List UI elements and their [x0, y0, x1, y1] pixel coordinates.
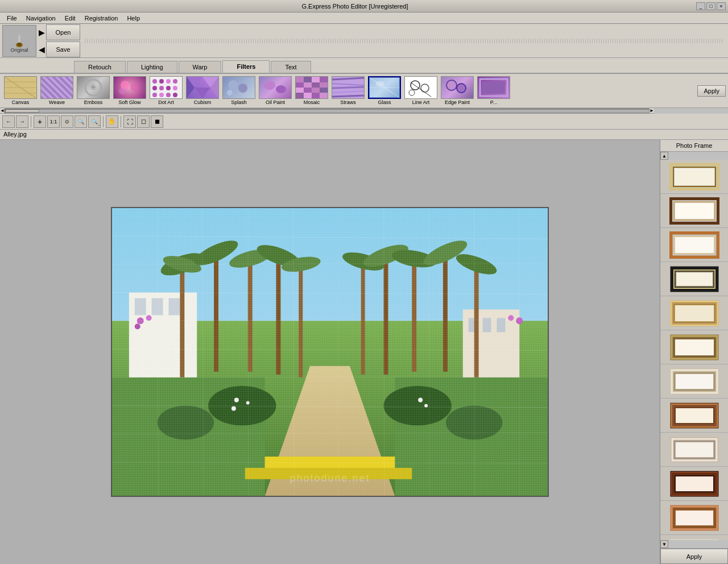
- original-label: Original: [10, 47, 28, 53]
- filter-glass[interactable]: Glass: [367, 76, 402, 105]
- svg-point-67: [457, 84, 466, 93]
- filter-scrollbar[interactable]: ◄ ►: [0, 108, 654, 114]
- zoom-out-tool[interactable]: 🔍-: [88, 115, 101, 128]
- app-title: G.Express Photo Editor [Unregistered]: [301, 3, 408, 10]
- filter-weave[interactable]: Weave: [40, 76, 74, 105]
- svg-point-32: [228, 80, 238, 90]
- titlebar: G.Express Photo Editor [Unregistered] _ …: [0, 0, 728, 13]
- copy-tool[interactable]: ◻: [137, 115, 150, 128]
- open-save-area: ▶ Open ◀ Save: [39, 24, 80, 57]
- frame-item-9[interactable]: [660, 433, 728, 467]
- tab-text[interactable]: Text: [271, 61, 311, 73]
- svg-rect-42: [304, 82, 312, 88]
- filter-edge-paint[interactable]: Edge Paint: [440, 76, 474, 105]
- filter-oil-paint-label: Oil Paint: [266, 99, 285, 105]
- svg-point-19: [152, 86, 157, 90]
- open-button[interactable]: Open: [46, 24, 80, 40]
- svg-rect-45: [296, 88, 304, 93]
- menu-file[interactable]: File: [2, 14, 22, 23]
- zoom-in-tool[interactable]: 🔍: [75, 115, 87, 128]
- frame-item-6[interactable]: [660, 330, 728, 364]
- frame-scroll-down[interactable]: ▼: [660, 540, 668, 548]
- svg-line-53: [332, 78, 364, 80]
- redo-button[interactable]: →: [16, 115, 28, 128]
- filter-cubism-label: Cubism: [194, 99, 212, 105]
- paste-tool[interactable]: ◼: [151, 115, 163, 128]
- svg-point-17: [166, 79, 171, 84]
- filter-paint-edge[interactable]: P...: [477, 76, 511, 105]
- select-tool[interactable]: ⛶: [123, 115, 136, 128]
- filter-canvas[interactable]: Canvas: [3, 76, 38, 105]
- window-controls[interactable]: _ □ ×: [696, 2, 726, 10]
- svg-point-21: [166, 86, 171, 90]
- tab-retouch[interactable]: Retouch: [74, 61, 126, 73]
- filter-mosaic[interactable]: Mosaic: [295, 76, 329, 105]
- filter-glass-label: Glass: [378, 99, 391, 105]
- tab-lighting[interactable]: Lighting: [127, 61, 177, 73]
- frame-scroll-up[interactable]: ▲: [660, 152, 668, 160]
- svg-point-14: [119, 88, 126, 94]
- svg-point-26: [173, 93, 177, 97]
- menu-registration[interactable]: Registration: [80, 14, 123, 23]
- frame-item-4[interactable]: [660, 262, 728, 296]
- maximize-button[interactable]: □: [706, 2, 715, 10]
- undo-button[interactable]: ←: [2, 115, 15, 128]
- apply-button-top[interactable]: Apply: [697, 85, 726, 97]
- frame-item-8[interactable]: [660, 399, 728, 433]
- frame-item-5[interactable]: [660, 296, 728, 330]
- frame-item-2[interactable]: [660, 194, 728, 228]
- svg-rect-164: [676, 374, 713, 389]
- filter-soft-glow[interactable]: Soft Glow: [113, 76, 147, 105]
- frame-item-10[interactable]: [660, 467, 728, 501]
- svg-rect-46: [304, 88, 312, 93]
- filter-scrollbar-thumb[interactable]: [5, 109, 39, 113]
- frame-panel-title: Photo Frame: [660, 140, 728, 152]
- svg-rect-69: [482, 81, 505, 94]
- filter-straws[interactable]: Straws: [331, 76, 365, 105]
- svg-rect-51: [312, 93, 320, 98]
- filter-splash[interactable]: Splash: [222, 76, 256, 105]
- filter-oil-paint[interactable]: Oil Paint: [258, 76, 292, 105]
- brush-icon: Original: [2, 25, 36, 57]
- svg-point-2: [16, 32, 22, 35]
- frame-item-7[interactable]: [660, 364, 728, 399]
- svg-rect-43: [312, 82, 320, 88]
- main-area: photodune.net Photo Frame ▲: [0, 140, 728, 564]
- filter-cubism[interactable]: Cubism: [185, 76, 220, 105]
- svg-rect-44: [320, 82, 328, 88]
- minimize-button[interactable]: _: [696, 2, 705, 10]
- menu-edit[interactable]: Edit: [60, 14, 80, 23]
- menu-help[interactable]: Help: [122, 14, 144, 23]
- filter-paint-edge-label: P...: [490, 99, 497, 105]
- move-tool[interactable]: ✋: [106, 115, 118, 128]
- svg-rect-38: [304, 77, 312, 82]
- svg-point-33: [238, 84, 247, 93]
- zoom-fit-button[interactable]: ⊙: [61, 115, 73, 128]
- tab-warp[interactable]: Warp: [179, 61, 222, 73]
- svg-point-64: [409, 90, 415, 96]
- filter-row: Canvas Weave ❀ Emboss Soft Glow: [0, 74, 728, 108]
- filter-dot-art[interactable]: Dot Art: [149, 76, 183, 105]
- frame-item-11[interactable]: [660, 501, 728, 535]
- frame-apply-button[interactable]: Apply: [660, 548, 728, 564]
- frame-item-3[interactable]: [660, 228, 728, 262]
- tab-bar: Retouch Lighting Warp Filters Text: [0, 58, 728, 74]
- filter-weave-label: Weave: [49, 99, 65, 105]
- filter-line-art[interactable]: Line Art: [404, 76, 438, 105]
- close-button[interactable]: ×: [717, 2, 726, 10]
- svg-point-22: [173, 86, 177, 90]
- menu-navigation[interactable]: Navigation: [22, 14, 60, 23]
- frame-item-1[interactable]: [660, 160, 728, 194]
- filter-scrollbar-track[interactable]: [5, 109, 650, 113]
- toolbar-divider-3: [121, 116, 121, 127]
- tab-filters[interactable]: Filters: [222, 60, 270, 73]
- top-toolbar: Original ▶ Open ◀ Save: [0, 24, 728, 58]
- toolbar-divider-2: [103, 116, 104, 127]
- actual-size-button[interactable]: 1:1: [47, 115, 60, 128]
- filter-emboss[interactable]: ❀ Emboss: [76, 76, 110, 105]
- svg-point-36: [276, 85, 286, 93]
- save-button[interactable]: Save: [46, 42, 80, 57]
- frame-item-12[interactable]: [660, 535, 728, 540]
- zoom-in-button[interactable]: +: [34, 115, 46, 128]
- menubar: File Navigation Edit Registration Help: [0, 13, 728, 24]
